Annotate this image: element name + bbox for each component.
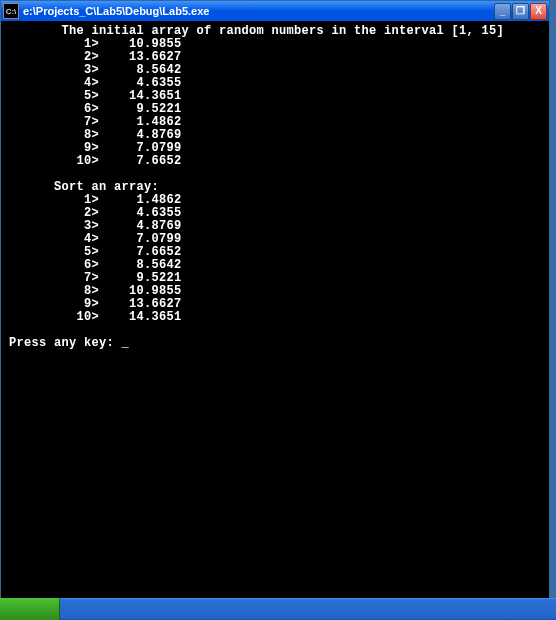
console-window: C:\ e:\Projects_C\Lab5\Debug\Lab5.exe _ …	[0, 0, 550, 600]
console-output[interactable]: The initial array of random numbers in t…	[1, 21, 549, 599]
close-button[interactable]: X	[530, 3, 547, 20]
taskbar[interactable]	[0, 598, 556, 620]
titlebar-text: e:\Projects_C\Lab5\Debug\Lab5.exe	[23, 5, 494, 17]
cursor: _	[122, 337, 130, 350]
titlebar-buttons: _ ❐ X	[494, 3, 547, 20]
app-icon: C:\	[3, 3, 19, 19]
prompt-text: Press any key:	[9, 336, 122, 350]
titlebar[interactable]: C:\ e:\Projects_C\Lab5\Debug\Lab5.exe _ …	[1, 1, 549, 21]
maximize-button[interactable]: ❐	[512, 3, 529, 20]
start-button[interactable]	[0, 598, 60, 620]
minimize-button[interactable]: _	[494, 3, 511, 20]
